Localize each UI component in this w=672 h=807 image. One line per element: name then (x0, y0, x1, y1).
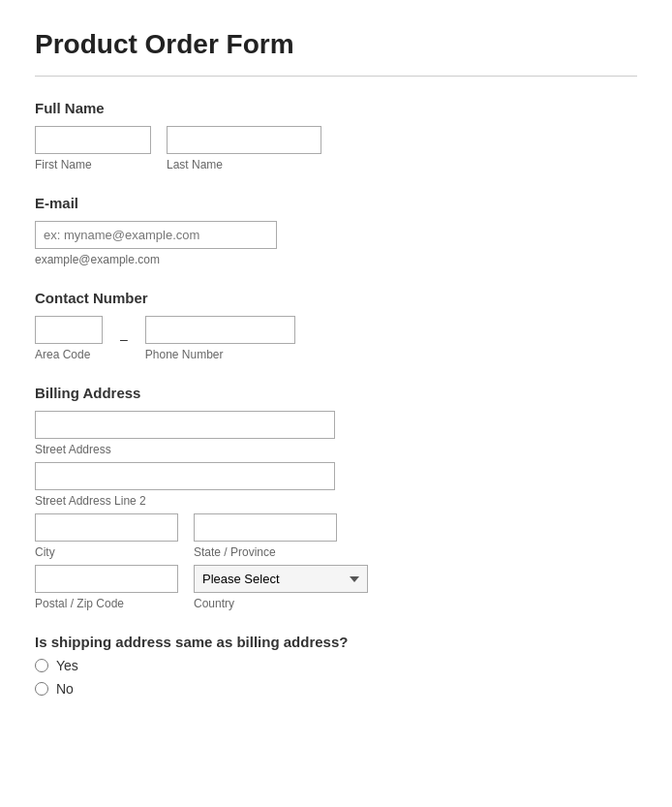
city-group: City (35, 513, 178, 559)
shipping-no-radio[interactable] (35, 682, 48, 696)
billing-address-section: Billing Address Street Address Street Ad… (35, 385, 637, 610)
shipping-radio-group: Yes No (35, 658, 637, 697)
street-address-line2-hint: Street Address Line 2 (35, 494, 637, 508)
zip-hint: Postal / Zip Code (35, 597, 178, 610)
shipping-question: Is shipping address same as billing addr… (35, 634, 637, 650)
phone-number-input[interactable] (145, 316, 295, 344)
state-hint: State / Province (194, 545, 337, 559)
street-address-group: Street Address (35, 411, 637, 456)
first-name-hint: First Name (35, 158, 151, 171)
state-group: State / Province (194, 513, 337, 559)
contact-number-row: Area Code – Phone Number (35, 316, 637, 361)
first-name-input[interactable] (35, 126, 151, 154)
email-input[interactable] (35, 221, 277, 249)
contact-number-section: Contact Number Area Code – Phone Number (35, 290, 637, 361)
area-code-input[interactable] (35, 316, 103, 344)
phone-number-group: Phone Number (145, 316, 295, 361)
zip-input[interactable] (35, 565, 178, 593)
last-name-hint: Last Name (167, 158, 321, 171)
email-hint: example@example.com (35, 253, 637, 266)
shipping-yes-label: Yes (56, 658, 78, 673)
phone-number-hint: Phone Number (145, 348, 295, 361)
area-code-hint: Area Code (35, 348, 103, 361)
city-input[interactable] (35, 513, 178, 542)
country-select[interactable]: Please Select United States Canada Unite… (194, 565, 368, 593)
phone-dash: – (118, 326, 130, 353)
full-name-label: Full Name (35, 100, 637, 116)
last-name-input[interactable] (167, 126, 321, 154)
country-group: Please Select United States Canada Unite… (194, 565, 368, 610)
country-hint: Country (194, 597, 368, 610)
city-state-row: City State / Province (35, 513, 637, 559)
email-group: example@example.com (35, 221, 637, 266)
city-hint: City (35, 545, 178, 559)
zip-group: Postal / Zip Code (35, 565, 178, 610)
street-address-line2-group: Street Address Line 2 (35, 462, 637, 508)
last-name-group: Last Name (167, 126, 321, 171)
contact-number-label: Contact Number (35, 290, 637, 306)
shipping-section: Is shipping address same as billing addr… (35, 634, 637, 697)
first-name-group: First Name (35, 126, 151, 171)
billing-address-label: Billing Address (35, 385, 637, 401)
shipping-no-option[interactable]: No (35, 681, 637, 697)
email-section: E-mail example@example.com (35, 195, 637, 266)
form-container: Product Order Form Full Name First Name … (0, 0, 672, 749)
shipping-yes-option[interactable]: Yes (35, 658, 637, 673)
shipping-no-label: No (56, 681, 74, 697)
page-title: Product Order Form (35, 29, 637, 60)
street-address-line2-input[interactable] (35, 462, 335, 490)
email-label: E-mail (35, 195, 637, 211)
street-address-input[interactable] (35, 411, 335, 439)
shipping-yes-radio[interactable] (35, 659, 48, 672)
area-code-group: Area Code (35, 316, 103, 361)
divider (35, 76, 637, 77)
state-input[interactable] (194, 513, 337, 542)
full-name-row: First Name Last Name (35, 126, 637, 171)
street-address-hint: Street Address (35, 443, 637, 456)
full-name-section: Full Name First Name Last Name (35, 100, 637, 171)
zip-country-row: Postal / Zip Code Please Select United S… (35, 565, 637, 610)
